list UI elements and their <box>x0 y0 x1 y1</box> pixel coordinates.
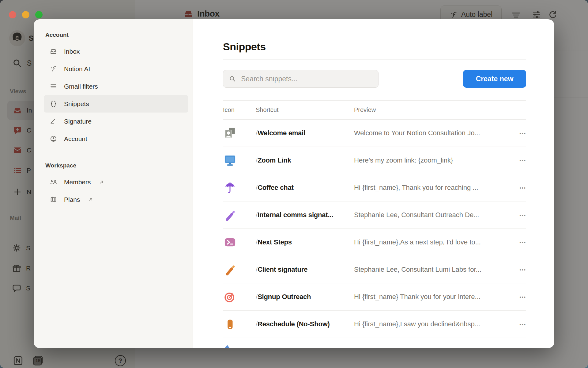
person-circle-icon <box>50 135 57 143</box>
settings-item-members[interactable]: Members <box>44 173 188 191</box>
workspace-section-label: Workspace <box>44 162 188 170</box>
create-new-button[interactable]: Create new <box>463 70 526 88</box>
purple-umbrella-icon <box>224 181 236 194</box>
snippet-shortcut: Coffee chat <box>258 184 294 191</box>
external-link-icon <box>88 197 94 203</box>
snippet-shortcut: Internal comms signat... <box>258 211 333 219</box>
settings-item-gmail-filters[interactable]: Gmail filters <box>44 78 188 95</box>
row-menu-button[interactable]: ••• <box>512 158 526 163</box>
settings-sidebar: Account Inbox Notion AI Gmail filters <box>34 19 193 348</box>
snippets-toolbar: Create new <box>223 70 526 88</box>
row-menu-button[interactable]: ••• <box>512 322 526 327</box>
account-section-label: Account <box>44 32 188 39</box>
table-row[interactable]: /Next Steps Hi {first_name},As a next st… <box>223 229 526 256</box>
desktop-computer-icon <box>224 154 236 167</box>
settings-item-signature[interactable]: Signature <box>44 113 188 130</box>
orange-pencil-icon <box>224 263 236 276</box>
table-row[interactable]: /Welcome email Welcome to Your Notion Co… <box>223 120 526 147</box>
map-icon <box>50 196 57 203</box>
row-menu-button[interactable]: ••• <box>512 185 526 190</box>
snippet-preview: Stephanie Lee, Consultant Outreach De... <box>354 211 512 219</box>
row-menu-button[interactable]: ••• <box>512 294 526 300</box>
pink-terminal-icon <box>224 236 236 249</box>
settings-item-inbox[interactable]: Inbox <box>44 43 188 60</box>
settings-modal: Account Inbox Notion AI Gmail filters <box>34 19 554 348</box>
table-row[interactable]: /Client signature Stephanie Lee, Consult… <box>223 256 526 283</box>
filter-lines-icon <box>50 82 57 90</box>
table-header: Icon Shortcut Preview <box>223 101 526 120</box>
settings-item-notion-ai[interactable]: Notion AI <box>44 60 188 78</box>
zoom-button[interactable] <box>35 11 43 18</box>
search-icon <box>228 75 236 83</box>
snippet-preview: Hi {first_name}, Thank you for reaching … <box>354 184 512 192</box>
table-row[interactable]: /Coffee chat Hi {first_name}, Thank you … <box>223 174 526 201</box>
table-row[interactable]: /Signup Outreach Hi {first_name} Thank y… <box>223 283 526 311</box>
column-header-icon: Icon <box>223 106 256 113</box>
external-link-icon <box>98 179 104 185</box>
table-row[interactable]: /Zoom Link Here's my zoom link: {zoom_li… <box>223 147 526 174</box>
minimize-button[interactable] <box>22 11 29 18</box>
snippet-preview: Hi {first_name},As a next step, I'd love… <box>354 238 512 246</box>
snippet-shortcut: Welcome email <box>258 129 305 137</box>
snippet-shortcut: Zoom Link <box>258 156 291 164</box>
snippet-preview: Hi {first_name},I saw you declined&nbsp.… <box>354 320 512 328</box>
row-menu-button[interactable]: ••• <box>512 267 526 272</box>
members-icon <box>50 178 57 186</box>
red-target-icon <box>224 290 236 303</box>
settings-item-account[interactable]: Account <box>44 130 188 148</box>
close-button[interactable] <box>9 11 16 18</box>
snippet-preview: Stephanie Lee, Consultant Lumi Labs for.… <box>354 266 512 274</box>
snippet-shortcut: Reschedule (No-Show) <box>258 320 330 328</box>
table-row[interactable]: /Internal comms signat... Stephanie Lee,… <box>223 201 526 229</box>
snippet-shortcut: Client signature <box>258 266 307 273</box>
settings-item-plans[interactable]: Plans <box>44 191 188 208</box>
column-header-shortcut: Shortcut <box>256 106 354 113</box>
window-controls <box>9 11 43 18</box>
snippet-preview: Hi {first_name} Thank you for your inter… <box>354 293 512 301</box>
divider <box>223 59 526 59</box>
snippet-shortcut: Next Steps <box>258 238 292 246</box>
row-menu-button[interactable]: ••• <box>512 240 526 245</box>
purple-pen-icon <box>224 209 236 221</box>
row-menu-button[interactable]: ••• <box>512 213 526 218</box>
row-menu-button[interactable]: ••• <box>512 131 526 136</box>
search-input[interactable] <box>223 70 379 88</box>
notion-ai-face-icon <box>50 65 57 73</box>
table-row[interactable]: /Reschedule (No-Show) Hi {first_name},I … <box>223 311 526 338</box>
braces-icon <box>50 100 57 108</box>
page-title: Snippets <box>223 41 526 54</box>
column-header-preview: Preview <box>354 106 512 113</box>
snippet-preview: Here's my zoom link: {zoom_link} <box>354 156 512 164</box>
orange-book-icon <box>224 318 236 331</box>
snippet-preview: Welcome to Your Notion Consultation Jo..… <box>354 129 512 137</box>
snippets-panel: Snippets Create new Icon Shortcut Previe… <box>193 19 554 348</box>
next-row-icon-peek <box>225 345 230 348</box>
snippet-shortcut: Signup Outreach <box>258 293 311 301</box>
search-box <box>223 70 379 88</box>
signature-pen-icon <box>50 117 57 125</box>
inbox-tray-icon <box>50 48 57 55</box>
portrait-card-icon <box>224 127 236 140</box>
settings-item-snippets[interactable]: Snippets <box>44 95 188 113</box>
